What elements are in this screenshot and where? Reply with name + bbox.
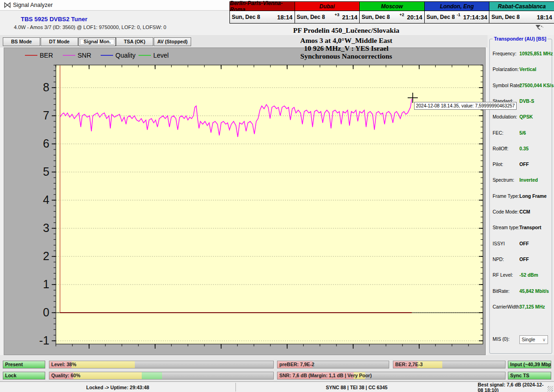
tp-row-rolloff-: RollOff:0.35: [490, 146, 552, 153]
chart-panel: BERSNRQualityLevel -1012345678: [4, 48, 486, 355]
clock-2: MoscowSun, Dec 8+220:14: [360, 2, 425, 23]
tp-label: Polarization:: [493, 67, 519, 72]
tp-label: Modulation:: [493, 114, 517, 119]
svg-text:0: 0: [43, 306, 49, 319]
svg-text:2: 2: [43, 249, 49, 262]
tp-label: Stream type:: [493, 225, 519, 230]
tp-label: Symbol Rate:: [493, 83, 521, 88]
resize-grip[interactable]: [548, 386, 553, 392]
tp-value: Vertical: [519, 67, 536, 72]
station-info: PF Prodelin 450_Lučenec/Slovakia Amos 3 …: [185, 26, 508, 60]
tp-value: CCM: [519, 209, 530, 214]
legend-line-icon: [138, 55, 151, 56]
tab-tsa-ok-[interactable]: TSA (OK): [116, 37, 153, 46]
clock-city: Dubai: [295, 2, 360, 11]
clock-3: London, EngSun, Dec 8-117:14:34: [425, 2, 490, 23]
tp-row-fec-: FEC:5/6: [490, 131, 552, 137]
transponder-panel: Transponder (AU) [BS] Frequency:10925,85…: [488, 35, 554, 355]
sync-ts-badge: Sync TS: [508, 372, 551, 380]
mis-row: MIS (0): Single ∨: [490, 337, 552, 343]
tp-row-bitrate-: BitRate:45,842 Mbit/s: [490, 289, 552, 295]
tp-label: ISSYI: [493, 241, 505, 246]
tp-value: 10925,851 MHz: [519, 51, 553, 56]
legend-line-icon: [101, 55, 113, 56]
station-line-3: 10 926 MHz_V : YES Israel: [185, 44, 508, 52]
input-badge: Input (~40,39 Mbps): [508, 361, 551, 368]
tp-label: Pilot:: [493, 162, 503, 167]
tp-value: Transport: [519, 225, 542, 230]
legend-level: Level: [138, 52, 175, 59]
tp-label: Frame Type:: [493, 194, 519, 199]
svg-text:4: 4: [43, 193, 49, 206]
station-line-4: Synchronous Nanocorrections: [185, 52, 508, 60]
legend-snr: SNR: [63, 52, 100, 59]
mis-value: Single: [522, 337, 535, 342]
clock-time-row: Sun, Dec 8+321:14: [295, 11, 360, 23]
dish-logo-icon: [534, 24, 544, 30]
tp-row-modulation-: Modulation:QPSK: [490, 114, 552, 121]
snr-bar: SNR: 7,6 dB (Margin: 1,1 dB | Very Poor): [277, 372, 506, 380]
tab-dt-mode[interactable]: DT Mode: [41, 37, 78, 46]
legend-quality: Quality: [101, 52, 138, 59]
lock-badge: Lock: [3, 372, 45, 380]
tp-row-carrierwidth-: CarrierWidth:37,125 MHz: [490, 304, 552, 311]
chevron-down-icon: ∨: [542, 336, 546, 344]
uptime-status: Locked -> Uptime: 29:43:48: [0, 382, 235, 392]
tp-label: BitRate:: [493, 289, 510, 294]
tp-value: DVB-S: [519, 99, 534, 104]
mis-label: MIS (0):: [493, 337, 510, 342]
tp-row-issyi: ISSYIOFF: [490, 241, 552, 248]
tp-row-code-mode-: Code Mode:CCM: [490, 209, 552, 216]
clock-city: Rabat-Casablanca: [489, 2, 554, 11]
clock-time-row: Sun, Dec 818:14: [489, 11, 554, 23]
quality-bar: Quality: 60%: [49, 372, 274, 380]
station-line-1: PF Prodelin 450_Lučenec/Slovakia: [185, 26, 508, 34]
svg-text:5: 5: [43, 165, 49, 178]
clock-time-row: Sun, Dec 818:14: [230, 11, 295, 23]
legend-ber: BER: [25, 52, 62, 59]
preber-label: preBER: 7,9E-2: [279, 362, 314, 367]
tp-value: 37,125 MHz: [519, 304, 545, 309]
quality-label: Quality: 60%: [51, 373, 80, 378]
clock-time-row: Sun, Dec 8+220:14: [360, 11, 424, 23]
tp-label: FEC:: [493, 131, 503, 136]
best-signal: Best signal: 7,6 dB (2024-12-08 18:10): [478, 382, 547, 392]
tp-label: RF Level:: [493, 273, 513, 278]
level-bar: Level: 38%: [49, 361, 274, 368]
tp-value: OFF: [519, 257, 529, 262]
signal-analyzer-window: Signal Analyzer Berlin-Paris-Vienna-Roma…: [0, 0, 554, 392]
window-title: Signal Analyzer: [13, 2, 53, 8]
tp-value: OFF: [519, 241, 529, 246]
station-line-2: Amos 3 at 4,0°W_Middle East: [185, 36, 508, 44]
tp-label: Code Mode:: [493, 209, 518, 214]
legend-line-icon: [63, 55, 75, 56]
chart-tooltip: 2024-12-08 18.14.35, value: 7,5999999046…: [414, 102, 517, 110]
tab-bs-mode[interactable]: BS Mode: [3, 37, 40, 46]
clock-city: Berlin-Paris-Vienna-Roma: [230, 2, 295, 11]
svg-text:6: 6: [43, 137, 49, 150]
clock-city: Moscow: [360, 2, 424, 11]
tuner-name: TBS 5925 DVBS2 Tuner: [21, 16, 87, 23]
clock-0: Berlin-Paris-Vienna-RomaSun, Dec 818:14: [230, 2, 295, 23]
ber-label: BER: 2,7E-3: [395, 362, 423, 367]
tp-value: 0.35: [519, 146, 529, 151]
tp-value: 45,842 Mbit/s: [519, 289, 549, 294]
tp-row-polarization-: Polarization:Vertical: [490, 67, 552, 73]
tab-signal-mon-[interactable]: Signal Mon.: [78, 37, 116, 46]
snr-label: SNR: 7,6 dB (Margin: 1,1 dB | Very Poor): [279, 373, 372, 378]
tp-row-npd-: NPD:OFF: [490, 257, 552, 263]
tp-value: 5/6: [519, 131, 526, 136]
world-clocks: Berlin-Paris-Vienna-RomaSun, Dec 818:14D…: [229, 1, 554, 24]
tp-value: QPSK: [519, 114, 533, 119]
svg-text:8: 8: [43, 81, 49, 94]
svg-text:-1: -1: [39, 334, 49, 347]
transponder-group: Transponder (AU) [BS] Frequency:10925,85…: [489, 39, 552, 354]
tp-value: OFF: [519, 162, 529, 167]
tp-label: RollOff:: [493, 146, 508, 151]
tp-label: CarrierWidth:: [493, 304, 521, 309]
svg-text:3: 3: [43, 221, 49, 234]
tp-row-frame-type-: Frame Type:Long Frame: [490, 194, 552, 200]
mis-select[interactable]: Single ∨: [519, 335, 548, 344]
sync-counters: SYNC 88 | TEI 38 | CC 6345: [235, 382, 478, 392]
level-label: Level: 38%: [51, 362, 76, 367]
